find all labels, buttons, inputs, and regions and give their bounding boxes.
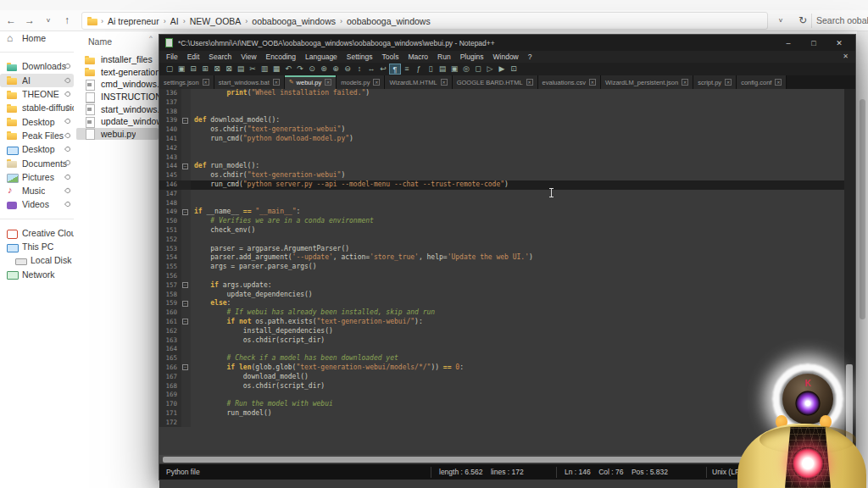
code-line-149[interactable]: 149–if __name__ == "__main__":	[159, 208, 855, 217]
tab-config-conf[interactable]: config.conf✕	[737, 75, 787, 89]
menu-view[interactable]: View	[241, 53, 256, 61]
tab-close-icon[interactable]: ✕	[203, 79, 209, 86]
breadcrumb-segment[interactable]: NEW_OOBA	[188, 16, 243, 26]
fold-margin[interactable]	[181, 419, 191, 428]
code-line-165[interactable]: 165 # Check if a model has been download…	[159, 354, 855, 363]
file-row[interactable]: cmd_windows.bat	[76, 78, 159, 91]
tab-close-icon[interactable]: ✕	[526, 79, 533, 86]
code-line-171[interactable]: 171 run_model()	[159, 409, 855, 419]
code-line-158[interactable]: 158 update_dependencies()	[159, 291, 855, 300]
code-line-169[interactable]: 169	[159, 391, 855, 400]
function-list-icon[interactable]: ƒ	[413, 64, 425, 75]
new-file-icon[interactable]: ▢	[164, 64, 175, 75]
fold-margin[interactable]	[181, 180, 191, 190]
fold-margin[interactable]	[181, 382, 191, 391]
sidebar-item-this-pc[interactable]: This PC	[0, 240, 74, 253]
sidebar-item-videos[interactable]: Videos	[0, 197, 74, 211]
fold-collapse-icon[interactable]: –	[182, 118, 188, 124]
code-line-136[interactable]: 136 print("Wheel installation failed.")	[159, 89, 855, 98]
fold-margin[interactable]	[181, 308, 191, 318]
code-line-163[interactable]: 163 os.chdir(script_dir)	[159, 336, 855, 346]
tab-close-icon[interactable]: ✕	[682, 79, 688, 86]
sidebar-item-local-disk-c-[interactable]: Local Disk (C:)	[0, 253, 74, 267]
code-line-141[interactable]: 141 run_cmd("python download-model.py")	[159, 135, 855, 144]
code-line-140[interactable]: 140 os.chdir("text-generation-webui")	[159, 125, 855, 135]
menu-file[interactable]: File	[166, 53, 178, 61]
fold-margin[interactable]: –	[181, 208, 191, 217]
tab-start-windows-bat[interactable]: start_windows.bat✕	[214, 75, 285, 89]
sidebar-item-creative-cloud-files[interactable]: Creative Cloud Files	[0, 226, 74, 240]
forward-button[interactable]: →	[22, 13, 37, 28]
sidebar-item-desktop[interactable]: Desktop	[0, 142, 74, 156]
tab-wizardlm-persistent-json[interactable]: WizardLM_persistent.json✕	[601, 75, 693, 89]
zoom-in-icon[interactable]: ⊕	[330, 64, 342, 75]
tab-evaluations-csv[interactable]: evaluations.csv✕	[538, 75, 601, 89]
code-line-153[interactable]: 153 parser = argparse.ArgumentParser()	[159, 245, 855, 254]
menu-window[interactable]: Window	[493, 53, 519, 61]
zoom-out-icon[interactable]: ⊖	[342, 64, 353, 75]
file-row[interactable]: text-generation-web	[76, 66, 159, 79]
code-line-139[interactable]: 139–def download_model():	[159, 116, 855, 125]
code-line-154[interactable]: 154 parser.add_argument('--update', acti…	[159, 253, 855, 263]
code-line-142[interactable]: 142	[159, 144, 855, 153]
fold-collapse-icon[interactable]: –	[182, 319, 188, 324]
code-line-162[interactable]: 162 install_dependencies()	[159, 327, 855, 336]
menu-search[interactable]: Search	[209, 53, 231, 61]
run-multiple-icon[interactable]: ▶	[496, 64, 508, 75]
menu-plugins[interactable]: Plugins	[460, 53, 484, 61]
fold-margin[interactable]	[181, 391, 191, 400]
code-line-147[interactable]: 147	[159, 190, 855, 199]
fold-margin[interactable]	[181, 409, 191, 419]
fold-collapse-icon[interactable]: –	[182, 209, 188, 215]
sidebar-item-network[interactable]: Network	[0, 267, 74, 280]
folder-workspace-icon[interactable]: ▣	[448, 64, 460, 75]
sidebar-item-music[interactable]: Music	[0, 184, 74, 197]
tab-close-icon[interactable]: ✕	[589, 79, 596, 86]
code-line-148[interactable]: 148	[159, 199, 855, 208]
maximize-button[interactable]: □	[801, 36, 826, 50]
code-line-151[interactable]: 151 check_env()	[159, 226, 855, 236]
fold-collapse-icon[interactable]: –	[182, 164, 188, 169]
search-input[interactable]: Search oobaboog	[816, 15, 868, 25]
fold-margin[interactable]	[181, 108, 191, 117]
menu-edit[interactable]: Edit	[187, 53, 200, 61]
pane-scroll-up-icon[interactable]: ^	[149, 34, 153, 42]
back-button[interactable]: ←	[3, 13, 19, 28]
fold-margin[interactable]	[181, 354, 191, 363]
menu-macro[interactable]: Macro	[408, 53, 428, 61]
explorer-scrollbar-thumb[interactable]	[860, 99, 865, 319]
breadcrumb-segment[interactable]: oobabooga_windows	[250, 16, 337, 26]
code-line-168[interactable]: 168 os.chdir(script_dir)	[159, 382, 855, 391]
history-chevron-icon[interactable]: v	[41, 13, 56, 28]
fold-margin[interactable]	[181, 336, 191, 346]
code-line-167[interactable]: 167 download_model()	[159, 373, 855, 382]
save-icon[interactable]: ⊟	[187, 64, 199, 75]
code-line-144[interactable]: 144–def run_model():	[159, 162, 855, 171]
word-wrap-icon[interactable]: ↩	[377, 64, 389, 75]
code-line-156[interactable]: 156	[159, 272, 855, 281]
fold-margin[interactable]: –	[181, 116, 191, 125]
cut-icon[interactable]: ✂	[247, 64, 259, 75]
fold-margin[interactable]	[181, 253, 191, 263]
close-document-icon[interactable]: ✕	[843, 53, 849, 60]
paste-icon[interactable]: ▦	[270, 64, 282, 75]
code-line-143[interactable]: 143	[159, 153, 855, 163]
file-row[interactable]: installer_files	[76, 53, 159, 66]
refresh-button[interactable]: ↻	[795, 13, 810, 28]
sidebar-item-downloads[interactable]: Downloads	[0, 59, 74, 73]
code-editor[interactable]: 136 print("Wheel installation failed.")1…	[159, 89, 855, 488]
editor-horizontal-scrollbar[interactable]	[159, 455, 857, 463]
sidebar-item-theone[interactable]: THEONE	[0, 87, 74, 101]
code-line-145[interactable]: 145 os.chdir("text-generation-webui")	[159, 171, 855, 180]
code-line-160[interactable]: 160 # If webui has already been installe…	[159, 308, 855, 318]
code-line-159[interactable]: 159– else:	[159, 299, 855, 308]
fold-margin[interactable]	[181, 272, 191, 281]
address-bar[interactable]: ›Ai trepreneur›AI›NEW_OOBA›oobabooga_win…	[81, 12, 768, 30]
sidebar-item-pictures[interactable]: Pictures	[0, 170, 74, 184]
fold-margin[interactable]: –	[181, 281, 191, 291]
file-row[interactable]: start_windows.bat	[76, 103, 159, 115]
code-line-164[interactable]: 164	[159, 345, 855, 354]
address-chevron-icon[interactable]: v	[773, 13, 788, 28]
editor-vertical-scrollbar[interactable]	[844, 89, 855, 488]
up-button[interactable]: ↑	[59, 13, 75, 28]
